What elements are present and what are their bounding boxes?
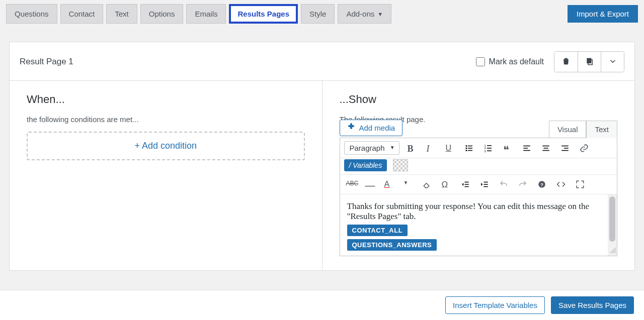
fullscreen-button[interactable]	[574, 178, 587, 191]
italic-button[interactable]: I	[425, 142, 438, 155]
tab-questions[interactable]: Questions	[6, 4, 57, 24]
editor-text: Thanks for submitting your response! You…	[347, 201, 590, 221]
add-condition-button[interactable]: + Add condition	[27, 132, 305, 160]
special-char-button[interactable]: Ω	[440, 178, 453, 191]
editor-tab-visual[interactable]: Visual	[549, 121, 587, 138]
card-title: Result Page 1	[20, 57, 476, 67]
svg-rect-16	[523, 150, 530, 151]
help-button[interactable]: ?	[535, 178, 548, 191]
text-color-icon: A	[384, 180, 393, 189]
show-heading: ...Show	[340, 93, 618, 106]
redo-button[interactable]	[516, 178, 529, 191]
outdent-button[interactable]	[459, 178, 472, 191]
bottom-action-bar: Insert Template Variables Save Results P…	[0, 290, 644, 320]
insert-template-variables-button[interactable]: Insert Template Variables	[445, 296, 545, 314]
svg-rect-3	[468, 145, 472, 146]
tab-style[interactable]: Style	[301, 4, 335, 24]
scroll-thumb[interactable]	[609, 196, 615, 242]
svg-rect-13	[487, 150, 492, 151]
number-list-button[interactable]: 123	[482, 142, 495, 155]
tabs-group: Questions Contact Text Options Emails Re…	[6, 4, 568, 24]
svg-rect-5	[468, 148, 472, 149]
button-label: Import & Export	[577, 10, 629, 18]
panels-row: When... the following conditions are met…	[10, 81, 634, 270]
align-center-icon	[541, 144, 550, 153]
card-header: Result Page 1 Mark as default	[10, 42, 634, 81]
mark-default-toggle[interactable]: Mark as default	[476, 57, 544, 66]
align-right-button[interactable]	[558, 142, 572, 155]
chevron-down-icon: ▼	[404, 180, 413, 189]
svg-rect-28	[484, 186, 488, 187]
tab-label: Text	[595, 125, 609, 134]
tab-options[interactable]: Options	[140, 4, 184, 24]
align-left-button[interactable]	[520, 142, 533, 155]
code-button[interactable]	[554, 178, 568, 191]
tab-label: Emails	[195, 10, 217, 18]
variable-token[interactable]: QUESTIONS_ANSWERS	[347, 239, 437, 251]
svg-rect-14	[523, 145, 530, 146]
indent-button[interactable]	[478, 178, 491, 191]
collapse-button[interactable]	[601, 52, 624, 72]
tab-text[interactable]: Text	[106, 4, 137, 24]
text-color-dropdown[interactable]: ▼	[401, 178, 415, 191]
mark-default-checkbox[interactable]	[476, 57, 485, 66]
tab-results-pages[interactable]: Results Pages	[229, 4, 298, 24]
color-swatch-button[interactable]	[393, 159, 408, 171]
bold-icon: B	[408, 144, 417, 153]
svg-rect-18	[543, 148, 548, 149]
svg-rect-21	[564, 148, 568, 149]
when-subtext: the following conditions are met...	[27, 115, 305, 124]
editor-content[interactable]: Thanks for submitting your response! You…	[340, 194, 617, 256]
undo-button[interactable]	[497, 178, 510, 191]
tab-label: Contact	[69, 10, 95, 18]
underline-icon: U	[446, 144, 455, 153]
show-panel: ...Show The following result page. Add m…	[322, 81, 635, 270]
rich-text-editor: Paragraph ▼ B I U 123 ❝ / Variables	[340, 138, 618, 256]
add-media-label: Add media	[359, 124, 395, 132]
variables-chip[interactable]: / Variables	[344, 159, 387, 171]
hr-button[interactable]: —	[363, 178, 376, 191]
resize-handle[interactable]	[609, 246, 616, 255]
blockquote-button[interactable]: ❝	[501, 142, 514, 155]
duplicate-button[interactable]	[578, 52, 601, 72]
undo-icon	[499, 180, 508, 189]
result-page-card: Result Page 1 Mark as default	[9, 42, 635, 271]
variable-token[interactable]: CONTACT_ALL	[347, 225, 408, 236]
media-icon	[347, 123, 355, 133]
help-icon: ?	[537, 180, 546, 189]
tab-addons[interactable]: Add-ons ▼	[338, 4, 391, 24]
strikethrough-button[interactable]: ABC	[344, 178, 357, 191]
editor-content-wrap: Thanks for submitting your response! You…	[340, 194, 617, 256]
add-media-button[interactable]: Add media	[340, 120, 403, 136]
underline-button[interactable]: U	[444, 142, 457, 155]
tab-emails[interactable]: Emails	[186, 4, 226, 24]
align-center-button[interactable]	[539, 142, 552, 155]
import-export-button[interactable]: Import & Export	[568, 5, 638, 23]
link-button[interactable]	[578, 142, 591, 155]
svg-rect-9	[487, 145, 492, 146]
svg-rect-24	[464, 184, 468, 185]
bold-button[interactable]: B	[406, 142, 419, 155]
tab-contact[interactable]: Contact	[60, 4, 104, 24]
when-heading: When...	[27, 93, 305, 106]
editor-toolbar-row-2: ABC — A ▼ Ω ?	[340, 175, 617, 194]
svg-rect-27	[484, 184, 488, 185]
delete-button[interactable]	[554, 52, 578, 72]
tab-label: Text	[115, 10, 129, 18]
format-select-value: Paragraph	[350, 144, 385, 152]
redo-icon	[518, 180, 527, 189]
editor-tab-text[interactable]: Text	[586, 121, 617, 138]
save-results-pages-button[interactable]: Save Results Pages	[551, 296, 634, 314]
align-left-icon	[522, 144, 531, 153]
format-select[interactable]: Paragraph ▼	[344, 141, 399, 155]
clear-format-button[interactable]	[421, 178, 434, 191]
button-label: Save Results Pages	[558, 301, 626, 309]
link-icon	[580, 144, 589, 153]
editor-toolbar-row-1: Paragraph ▼ B I U 123 ❝	[340, 138, 617, 158]
when-panel: When... the following conditions are met…	[10, 81, 322, 270]
bullet-list-button[interactable]	[463, 142, 476, 155]
top-tabs-row: Questions Contact Text Options Emails Re…	[0, 0, 644, 28]
text-color-button[interactable]: A	[382, 178, 395, 191]
bullet-list-icon	[465, 144, 474, 153]
omega-icon: Ω	[442, 180, 451, 189]
